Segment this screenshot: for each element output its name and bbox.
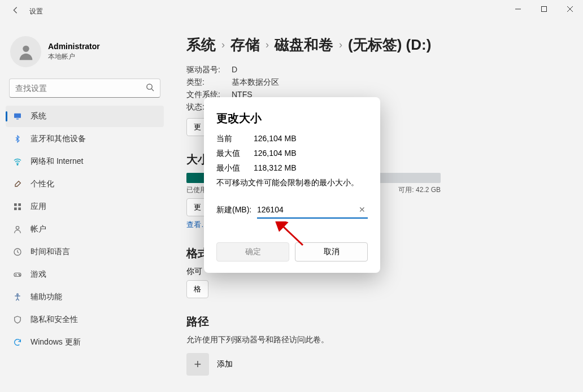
svg-rect-11 (18, 203, 21, 206)
dlg-ok-button[interactable]: 确定 (216, 242, 289, 262)
svg-point-14 (16, 227, 19, 229)
sidebar-item-game[interactable]: 游戏 (6, 264, 164, 285)
sidebar-item-access[interactable]: 辅助功能 (6, 286, 164, 308)
search-field[interactable] (15, 84, 146, 93)
path-heading: 路径 (186, 314, 560, 329)
svg-rect-1 (542, 7, 547, 12)
chevron-right-icon: › (221, 39, 225, 51)
svg-point-5 (147, 84, 152, 89)
sidebar-item-label: 网络和 Internet (31, 156, 83, 167)
svg-point-19 (17, 294, 19, 295)
title-bar: 设置 (0, 0, 583, 23)
search-icon (146, 83, 154, 93)
drive-value: D (232, 65, 237, 75)
dlg-new-input-wrap[interactable]: ✕ (257, 202, 368, 219)
dlg-cancel-button[interactable]: 取消 (295, 242, 368, 262)
svg-line-6 (151, 89, 154, 91)
dlg-min-label: 最小值 (216, 163, 254, 173)
breadcrumb-system[interactable]: 系统 (186, 35, 216, 55)
dlg-current-value: 126,104 MB (254, 134, 297, 144)
sidebar-item-time[interactable]: 时间和语言 (6, 241, 164, 263)
svg-point-18 (19, 275, 20, 276)
add-path-label: 添加 (217, 359, 233, 369)
resize-dialog: 更改大小 当前126,104 MB 最大值126,104 MB 最小值118,3… (204, 97, 380, 273)
search-input[interactable] (9, 79, 160, 98)
dlg-min-value: 118,312 MB (254, 163, 297, 173)
sidebar-item-label: 隐私和安全性 (31, 315, 78, 325)
update-icon (12, 337, 23, 347)
breadcrumb-current: (无标签) (D:) (348, 35, 431, 55)
sidebar-item-label: 帐户 (31, 224, 46, 234)
format-button[interactable]: 格 (186, 280, 208, 298)
nav-list: 系统蓝牙和其他设备网络和 Internet个性化应用帐户时间和语言游戏辅助功能隐… (0, 106, 169, 353)
breadcrumb: 系统 › 存储 › 磁盘和卷 › (无标签) (D:) (186, 35, 560, 55)
plus-icon: + (194, 357, 202, 372)
svg-rect-12 (14, 207, 17, 210)
dlg-new-input[interactable] (257, 204, 356, 215)
person-icon (12, 224, 23, 234)
sidebar-item-account[interactable]: 帐户 (6, 219, 164, 240)
close-button[interactable] (557, 0, 583, 18)
breadcrumb-disks[interactable]: 磁盘和卷 (275, 35, 333, 55)
maximize-button[interactable] (531, 0, 557, 18)
window-controls (505, 0, 583, 18)
sidebar-item-privacy[interactable]: 隐私和安全性 (6, 309, 164, 330)
sidebar-item-label: 辅助功能 (31, 292, 62, 302)
user-profile[interactable]: Administrator 本地帐户 (0, 28, 169, 79)
path-desc: 允许使用下列驱动器号和路径访问此卷。 (186, 335, 560, 345)
sidebar-item-label: 应用 (31, 202, 46, 212)
dialog-title: 更改大小 (216, 111, 368, 126)
brush-icon (12, 179, 23, 189)
add-path-button[interactable]: + (186, 353, 209, 376)
sidebar-item-system[interactable]: 系统 (6, 106, 164, 127)
svg-rect-8 (16, 119, 19, 119)
type-label: 类型: (186, 77, 232, 88)
wifi-icon (12, 156, 23, 167)
back-button[interactable] (11, 6, 21, 16)
bluetooth-icon (12, 134, 23, 144)
dlg-note: 不可移动文件可能会限制卷的最小大小。 (216, 178, 368, 188)
svg-rect-10 (14, 203, 17, 206)
dlg-new-label: 新建(MB): (216, 205, 257, 215)
breadcrumb-storage[interactable]: 存储 (230, 35, 260, 55)
svg-point-4 (23, 45, 29, 51)
avatar (10, 36, 41, 67)
drive-label: 驱动器号: (186, 65, 232, 75)
type-value: 基本数据分区 (232, 77, 279, 88)
dlg-current-label: 当前 (216, 134, 254, 144)
svg-point-9 (17, 164, 18, 165)
sidebar-item-net[interactable]: 网络和 Internet (6, 151, 164, 172)
sidebar: Administrator 本地帐户 系统蓝牙和其他设备网络和 Internet… (0, 23, 169, 392)
chevron-right-icon: › (339, 39, 342, 51)
user-name: Administrator (48, 42, 100, 51)
clear-input-icon[interactable]: ✕ (356, 205, 368, 214)
gamepad-icon (12, 269, 23, 280)
clock-icon (12, 247, 23, 257)
dlg-max-value: 126,104 MB (254, 149, 297, 159)
sidebar-item-apps[interactable]: 应用 (6, 196, 164, 217)
sidebar-item-person[interactable]: 个性化 (6, 173, 164, 195)
apps-icon (12, 202, 23, 212)
dlg-max-label: 最大值 (216, 149, 254, 159)
svg-rect-13 (18, 207, 21, 210)
app-title: 设置 (29, 7, 43, 16)
shield-icon (12, 315, 23, 325)
sidebar-item-label: 系统 (31, 111, 46, 121)
available-label: 可用: 42.2 GB (398, 185, 441, 195)
sidebar-item-label: 个性化 (31, 179, 54, 189)
chevron-right-icon: › (266, 39, 269, 51)
sidebar-item-label: 时间和语言 (31, 247, 70, 257)
sidebar-item-label: 蓝牙和其他设备 (31, 134, 86, 144)
sidebar-item-update[interactable]: Windows 更新 (6, 332, 164, 353)
sidebar-item-label: Windows 更新 (31, 337, 81, 347)
sidebar-item-label: 游戏 (31, 269, 46, 280)
access-icon (12, 292, 23, 302)
svg-rect-7 (14, 114, 21, 118)
monitor-icon (12, 111, 23, 121)
user-subtitle: 本地帐户 (48, 52, 100, 62)
minimize-button[interactable] (505, 0, 531, 18)
sidebar-item-bt[interactable]: 蓝牙和其他设备 (6, 128, 164, 150)
